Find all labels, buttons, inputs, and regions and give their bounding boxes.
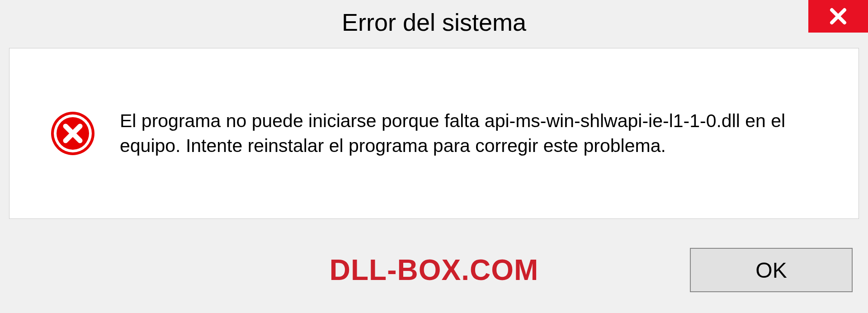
titlebar: Error del sistema [0, 0, 868, 44]
dialog-title: Error del sistema [342, 8, 526, 36]
close-button[interactable] [808, 0, 868, 33]
watermark-text: DLL-BOX.COM [330, 253, 539, 287]
content-panel: El programa no puede iniciarse porque fa… [9, 48, 859, 219]
error-icon [50, 111, 95, 156]
error-message: El programa no puede iniciarse porque fa… [120, 109, 807, 159]
close-icon [829, 7, 848, 26]
footer: DLL-BOX.COM OK [0, 227, 868, 313]
ok-button[interactable]: OK [690, 248, 853, 292]
